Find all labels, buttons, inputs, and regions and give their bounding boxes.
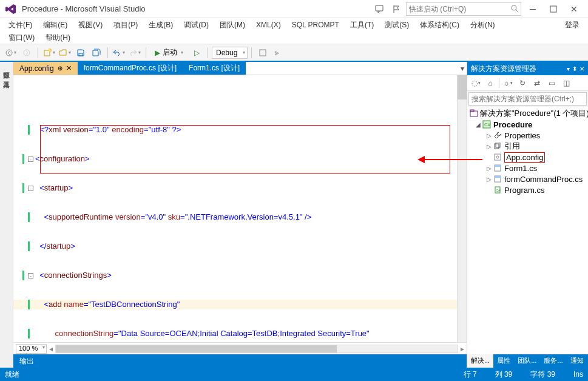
- wrench-icon: [493, 130, 502, 140]
- save-button[interactable]: [73, 46, 88, 59]
- flag-icon[interactable]: [389, 2, 404, 16]
- sync-button[interactable]: ↻: [516, 77, 529, 89]
- horizontal-scrollbar[interactable]: [55, 345, 458, 353]
- config-combo[interactable]: Debug: [212, 47, 248, 59]
- refresh-button[interactable]: ⇄: [531, 77, 543, 89]
- rtab-team[interactable]: 团队...: [514, 354, 540, 368]
- menubar: 文件(F) 编辑(E) 视图(V) 项目(P) 生成(B) 调试(D) 团队(M…: [0, 18, 588, 32]
- menu-team[interactable]: 团队(M): [215, 19, 250, 32]
- solution-tree[interactable]: 解决方案"Procedure"(1 个项目) ◢C#Procedure ▷Pro…: [467, 107, 588, 354]
- zoom-combo[interactable]: 100 %: [16, 344, 47, 354]
- tab-formcommandproc[interactable]: formCommandProc.cs [设计]: [78, 62, 183, 75]
- pin-icon[interactable]: ⊕: [58, 65, 63, 72]
- start-label: 启动: [163, 47, 177, 58]
- menu-project[interactable]: 项目(P): [109, 19, 143, 32]
- tree-form1[interactable]: ▷Form1.cs: [467, 163, 588, 174]
- svg-rect-21: [495, 176, 501, 178]
- menu-window[interactable]: 窗口(W): [4, 32, 39, 44]
- solution-toolbar: ◌ ⌂ ☼ ↻ ⇄ ▭ ◫: [467, 75, 588, 91]
- svg-rect-3: [550, 6, 556, 12]
- close-icon[interactable]: ✕: [66, 64, 72, 72]
- datasource-tab[interactable]: 数据源: [1, 62, 12, 72]
- home-button[interactable]: ⌂: [484, 77, 496, 89]
- open-button[interactable]: [58, 46, 72, 59]
- form-icon: [493, 163, 502, 173]
- csproj-icon: C#: [482, 120, 492, 129]
- tab-dropdown-icon[interactable]: ▾: [461, 64, 464, 73]
- vertical-scrollbar[interactable]: [457, 75, 467, 342]
- rtab-notifications[interactable]: 通知: [567, 354, 587, 368]
- menu-build[interactable]: 生成(B): [144, 19, 178, 32]
- maximize-button[interactable]: [544, 2, 563, 16]
- show-all-button[interactable]: ▭: [546, 77, 558, 89]
- tool-extra-button[interactable]: [255, 46, 270, 59]
- pin-icon[interactable]: ⬍: [572, 66, 577, 72]
- rtab-solution[interactable]: 解决...: [467, 354, 493, 368]
- scroll-right-icon[interactable]: ▸: [461, 345, 464, 353]
- svg-rect-8: [79, 53, 83, 56]
- tree-properties[interactable]: ▷Properties: [467, 130, 588, 141]
- menu-test[interactable]: 测试(S): [380, 19, 414, 32]
- status-col: 列 39: [495, 369, 513, 380]
- menu-edit[interactable]: 编辑(E): [38, 19, 72, 32]
- tab-app-config[interactable]: App.config⊕✕: [13, 62, 78, 75]
- editor-footer: 100 % ◂ ▸: [13, 342, 467, 354]
- solution-explorer-title: 解决方案资源管理器 ▾⬍✕: [467, 62, 588, 75]
- svg-rect-9: [260, 50, 266, 56]
- output-panel-tab[interactable]: 输出: [13, 354, 467, 368]
- svg-text:C#: C#: [484, 122, 491, 127]
- menu-help[interactable]: 帮助(H): [41, 32, 75, 44]
- new-project-button[interactable]: [42, 46, 56, 59]
- rtab-properties[interactable]: 属性: [493, 354, 514, 368]
- config-icon: [493, 152, 502, 162]
- tree-appconfig[interactable]: App.config: [467, 152, 588, 163]
- solution-search-input[interactable]: [468, 92, 587, 106]
- svg-point-17: [496, 156, 499, 158]
- menu-xml[interactable]: XML(X): [251, 19, 286, 30]
- titlebar: Procedure - Microsoft Visual Studio ─ ✕: [0, 0, 588, 18]
- menu-sqlprompt[interactable]: SQL PROMPT: [287, 19, 344, 30]
- home-back-button[interactable]: ◌: [470, 77, 482, 89]
- minimize-button[interactable]: ─: [524, 2, 542, 16]
- undo-button[interactable]: [112, 46, 126, 59]
- menu-view[interactable]: 视图(V): [73, 19, 107, 32]
- form-icon: [493, 174, 502, 184]
- nav-back-button[interactable]: [4, 46, 18, 59]
- menu-login[interactable]: 登录: [560, 19, 584, 32]
- nav-fwd-button[interactable]: [19, 46, 34, 59]
- document-tabs: App.config⊕✕ formCommandProc.cs [设计] For…: [13, 62, 467, 75]
- menu-file[interactable]: 文件(F): [4, 19, 37, 32]
- toolbox-tab[interactable]: 工具箱: [1, 72, 12, 81]
- quick-launch-input[interactable]: [406, 2, 521, 16]
- start-without-debug-button[interactable]: ▷: [189, 46, 204, 59]
- svg-rect-19: [495, 165, 501, 167]
- start-debug-button[interactable]: ▶启动▾: [150, 46, 188, 59]
- svg-rect-0: [376, 5, 383, 11]
- menu-debug[interactable]: 调试(D): [179, 19, 214, 32]
- scroll-left-icon[interactable]: ◂: [49, 345, 53, 353]
- close-button[interactable]: ✕: [565, 2, 583, 16]
- scope-button[interactable]: ☼: [502, 77, 514, 89]
- menu-analyze[interactable]: 分析(N): [465, 19, 500, 32]
- tab-form1[interactable]: Form1.cs [设计]: [183, 62, 246, 75]
- rtab-services[interactable]: 服务...: [540, 354, 566, 368]
- tree-formcmd[interactable]: ▷formCommandProc.cs: [467, 174, 588, 184]
- menu-tools[interactable]: 工具(T): [345, 19, 379, 32]
- right-bottom-tabs: 解决... 属性 团队... 服务... 通知: [467, 354, 588, 368]
- svg-text:C#: C#: [496, 189, 501, 192]
- code-editor[interactable]: <?xml version="1.0" encoding="utf-8" ?> …: [13, 75, 467, 342]
- redo-button[interactable]: [127, 46, 142, 59]
- tree-program[interactable]: C#Program.cs: [467, 184, 588, 195]
- tree-project[interactable]: ◢C#Procedure: [467, 119, 588, 130]
- tree-solution-root[interactable]: 解决方案"Procedure"(1 个项目): [467, 108, 588, 119]
- svg-rect-14: [495, 144, 499, 149]
- status-ready: 就绪: [5, 369, 19, 380]
- panel-menu-icon[interactable]: ▾: [567, 66, 570, 72]
- tree-references[interactable]: ▷引用: [467, 141, 588, 152]
- properties-button[interactable]: ◫: [560, 77, 572, 89]
- svg-point-4: [6, 50, 12, 56]
- feedback-icon[interactable]: [372, 2, 387, 16]
- menu-architecture[interactable]: 体系结构(C): [415, 19, 464, 32]
- save-all-button[interactable]: [89, 46, 104, 59]
- panel-close-icon[interactable]: ✕: [580, 66, 584, 72]
